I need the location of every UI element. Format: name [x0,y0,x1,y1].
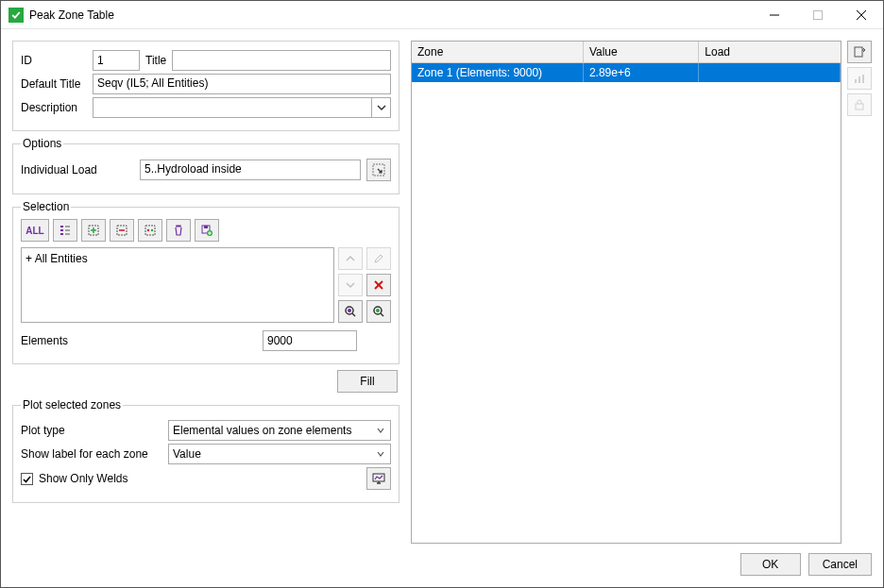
entities-list[interactable]: + All Entities [21,247,334,323]
move-down-button[interactable] [338,274,363,296]
svg-rect-10 [145,226,155,235]
close-button[interactable] [840,1,883,28]
fill-button[interactable]: Fill [337,370,398,393]
svg-rect-14 [204,226,208,228]
zone-header[interactable]: Zone [412,42,583,63]
show-only-welds-label: Show Only Welds [39,472,128,485]
lock-button[interactable] [847,93,872,116]
plot-type-label: Plot type [21,424,162,437]
svg-point-12 [151,229,153,231]
selection-group: Selection ALL [12,200,400,364]
title-label: Title [145,54,166,67]
svg-rect-31 [856,104,863,109]
zoom-green-button[interactable] [366,300,391,323]
save-selection-button[interactable] [195,219,219,242]
id-label: ID [21,54,87,67]
show-label-label: Show label for each zone [21,447,162,461]
value-cell: 2.89e+6 [583,63,698,83]
plot-group: Plot selected zones Plot type Elemental … [12,398,400,503]
title-field[interactable] [172,50,391,71]
value-header[interactable]: Value [583,42,698,63]
ok-button[interactable]: OK [740,553,801,576]
svg-point-23 [376,309,380,312]
select-by-list-button[interactable] [53,219,77,242]
maximize-button[interactable] [796,1,840,28]
individual-load-field[interactable]: 5..Hydroload inside [140,160,361,180]
checkbox-icon [21,473,33,485]
chevron-down-icon [371,421,390,440]
window-title: Peak Zone Table [29,8,753,22]
move-up-button[interactable] [338,247,363,270]
show-label-value: Value [173,447,201,461]
select-box-remove-button[interactable] [110,219,134,242]
chevron-down-icon [371,98,390,117]
entities-list-item[interactable]: + All Entities [26,252,330,265]
delete-selection-button[interactable] [166,219,191,242]
load-cell [699,63,841,83]
app-icon [8,8,24,23]
svg-point-20 [348,309,351,312]
chart-button[interactable] [847,67,872,90]
select-box-toggle-button[interactable] [138,219,162,242]
zone-table[interactable]: Zone Value Load Zone 1 (Elements: 9000) … [411,41,842,544]
dialog-footer: OK Cancel [12,544,872,576]
id-field[interactable] [93,50,140,71]
svg-rect-27 [855,47,862,57]
edit-entity-button[interactable] [366,247,391,270]
plot-legend: Plot selected zones [21,398,123,412]
plot-display-button[interactable] [366,467,391,490]
svg-rect-29 [858,76,860,83]
svg-rect-30 [862,75,864,83]
title-bar: Peak Zone Table [1,1,883,29]
individual-load-label: Individual Load [21,163,134,176]
chevron-down-icon [371,445,390,463]
options-group: Options Individual Load 5..Hydroload ins… [12,137,400,194]
svg-line-22 [381,313,383,316]
cancel-button[interactable]: Cancel [808,553,872,576]
table-row[interactable]: Zone 1 (Elements: 9000) 2.89e+6 [412,63,841,83]
export-button[interactable] [847,41,872,63]
plot-type-dropdown[interactable]: Elemental values on zone elements [168,420,391,441]
svg-rect-1 [814,10,823,19]
default-title-label: Default Title [21,77,87,91]
load-header[interactable]: Load [699,42,841,63]
elements-field[interactable] [263,330,357,351]
zone-cell: Zone 1 (Elements: 9000) [412,63,583,83]
svg-line-19 [352,313,355,316]
select-all-button[interactable]: ALL [21,219,49,242]
description-dropdown[interactable] [93,97,391,118]
minimize-button[interactable] [753,1,796,28]
svg-point-11 [147,229,149,231]
pick-load-button[interactable] [366,159,391,181]
svg-rect-28 [855,79,857,83]
description-label: Description [21,101,87,114]
plot-type-value: Elemental values on zone elements [173,424,351,437]
default-title-field: Seqv (IL5; All Entities) [93,74,391,94]
options-legend: Options [21,137,63,150]
selection-legend: Selection [21,200,71,213]
remove-entity-button[interactable] [366,274,391,296]
show-label-dropdown[interactable]: Value [168,444,391,464]
select-box-add-button[interactable] [81,219,106,242]
elements-label: Elements [21,334,257,347]
show-only-welds-checkbox[interactable]: Show Only Welds [21,472,128,485]
zoom-dark-button[interactable] [338,300,363,323]
identity-group: ID Title Default Title Seqv (IL5; All En… [12,41,400,131]
